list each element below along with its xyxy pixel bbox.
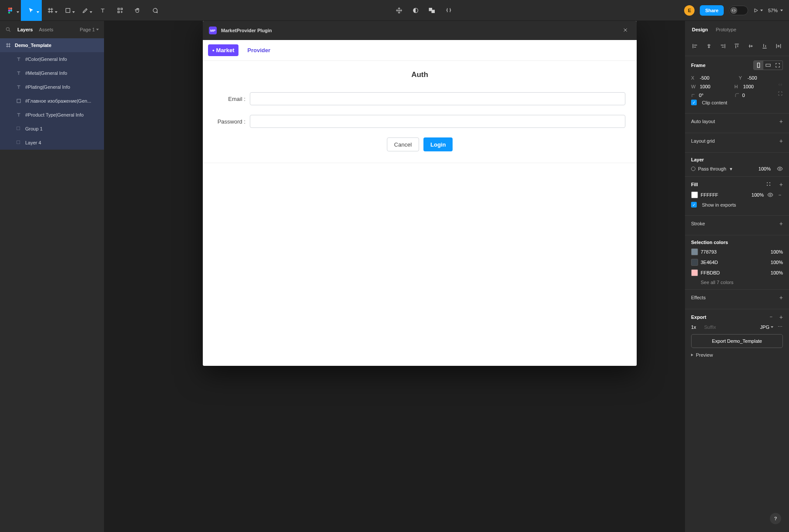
constrain-icon[interactable] xyxy=(778,82,783,87)
cancel-button[interactable]: Cancel xyxy=(387,137,419,151)
color-swatch[interactable] xyxy=(691,269,698,276)
layer-name: #Color|General Info xyxy=(25,57,67,62)
frame-section-title[interactable]: Frame xyxy=(691,63,705,68)
fill-hex[interactable]: FFFFFF xyxy=(701,192,729,197)
layer-row[interactable]: Group 1 xyxy=(0,122,104,136)
layer-visibility-icon[interactable] xyxy=(777,166,783,172)
frame-x[interactable]: -500 xyxy=(700,74,735,82)
email-field[interactable] xyxy=(250,92,625,105)
text-tool[interactable] xyxy=(94,0,111,21)
avatar[interactable]: E xyxy=(684,5,695,16)
dev-handoff-icon[interactable] xyxy=(443,4,455,17)
login-button[interactable]: Login xyxy=(423,137,453,151)
independent-corners-icon[interactable] xyxy=(778,91,783,96)
blend-mode[interactable]: Pass through xyxy=(698,166,726,171)
effects-add[interactable]: + xyxy=(779,294,783,301)
layer-row[interactable]: Layer 4 xyxy=(0,136,104,150)
selection-color-row[interactable]: 778793100% xyxy=(691,248,783,255)
frame-w[interactable]: 1000 xyxy=(700,82,731,91)
tab-market[interactable]: Market xyxy=(208,44,238,56)
resize-horizontal-icon[interactable] xyxy=(763,61,773,70)
fill-remove[interactable]: − xyxy=(777,192,783,198)
fill-opacity[interactable]: 100% xyxy=(752,192,764,197)
color-swatch[interactable] xyxy=(691,248,698,255)
hand-tool[interactable] xyxy=(129,0,146,21)
layer-row[interactable]: #Color|General Info xyxy=(0,52,104,66)
export-preview-toggle[interactable]: Preview xyxy=(691,352,783,358)
help-button[interactable]: ? xyxy=(770,513,781,524)
layer-row[interactable]: #Главное изображение|Gen... xyxy=(0,94,104,108)
layer-row[interactable]: Demo_Template xyxy=(0,38,104,52)
export-scale[interactable]: 1x xyxy=(691,325,700,330)
export-suffix[interactable]: Suffix xyxy=(704,325,756,330)
export-remove[interactable]: − xyxy=(768,314,774,320)
frame-y[interactable]: -500 xyxy=(748,74,783,82)
missing-fonts-icon[interactable] xyxy=(393,4,405,17)
move-tool[interactable] xyxy=(21,0,42,21)
frame-rotation[interactable]: 0° xyxy=(699,91,731,100)
resize-vertical-icon[interactable] xyxy=(754,61,763,70)
export-add[interactable]: + xyxy=(779,314,783,321)
export-button[interactable]: Export Demo_Template xyxy=(691,334,783,348)
plugin-titlebar[interactable]: MP MarketProvider Plugin xyxy=(203,21,637,40)
frame-tool[interactable] xyxy=(42,0,59,21)
resources-tool[interactable] xyxy=(111,0,129,21)
share-button[interactable]: Share xyxy=(700,5,724,16)
pen-tool[interactable] xyxy=(77,0,94,21)
dark-mode-icon[interactable] xyxy=(410,4,422,17)
page-dropdown[interactable]: Page 1 xyxy=(80,27,99,32)
fill-swatch[interactable] xyxy=(691,191,698,198)
main-menu-button[interactable] xyxy=(0,0,21,21)
stroke-add[interactable]: + xyxy=(779,220,783,227)
auto-layout-add[interactable]: + xyxy=(779,118,783,125)
tab-design[interactable]: Design xyxy=(692,27,708,32)
close-button[interactable] xyxy=(620,25,631,36)
resize-mode-segmented[interactable] xyxy=(753,60,783,70)
clip-content-checkbox[interactable] xyxy=(691,100,697,105)
canvas[interactable]: Demo_Template ıocan MP MarketProvider Pl… xyxy=(104,21,685,532)
fill-add[interactable]: + xyxy=(779,181,783,188)
svg-rect-0 xyxy=(8,7,10,10)
align-right-icon[interactable] xyxy=(717,41,729,51)
distribute-icon[interactable] xyxy=(773,41,784,51)
layer-list: Demo_Template#Color|General Info#Metal|G… xyxy=(0,38,104,532)
color-swatch[interactable] xyxy=(691,259,698,266)
align-hcenter-icon[interactable] xyxy=(703,41,715,51)
dev-mode-toggle[interactable] xyxy=(729,6,748,15)
align-bottom-icon[interactable] xyxy=(759,41,770,51)
zoom-dropdown[interactable]: 57% xyxy=(768,8,783,13)
tab-prototype[interactable]: Prototype xyxy=(716,27,736,32)
frame-corner[interactable]: 0 xyxy=(742,91,775,100)
selection-color-row[interactable]: FFBDBD100% xyxy=(691,269,783,276)
layer-opacity[interactable]: 100% xyxy=(759,166,771,171)
align-vcenter-icon[interactable] xyxy=(745,41,756,51)
align-top-icon[interactable] xyxy=(731,41,742,51)
frame-h[interactable]: 1000 xyxy=(743,82,775,91)
show-in-exports-checkbox[interactable] xyxy=(691,202,697,207)
fill-visibility-icon[interactable] xyxy=(767,192,773,198)
fill-styles-icon[interactable] xyxy=(765,181,772,187)
svg-rect-19 xyxy=(17,127,20,130)
plugin-modal: MP MarketProvider Plugin Market Provider… xyxy=(203,21,637,366)
comment-tool[interactable] xyxy=(146,0,164,21)
see-all-colors[interactable]: See all 7 colors xyxy=(691,280,783,285)
multiplayer-icon[interactable] xyxy=(426,4,438,17)
export-more[interactable]: ⋯ xyxy=(778,324,783,330)
layer-row[interactable]: #Plating|General Info xyxy=(0,80,104,94)
search-icon[interactable] xyxy=(5,27,11,33)
layout-grid-add[interactable]: + xyxy=(779,137,783,144)
resize-fit-icon[interactable] xyxy=(773,61,782,70)
layer-row[interactable]: #Product Type|General Info xyxy=(0,108,104,122)
password-field[interactable] xyxy=(250,115,625,128)
layer-row[interactable]: #Metal|General Info xyxy=(0,66,104,80)
present-button[interactable] xyxy=(753,8,763,13)
shape-tool[interactable] xyxy=(59,0,77,21)
assets-tab[interactable]: Assets xyxy=(39,27,53,32)
layers-tab[interactable]: Layers xyxy=(17,27,33,32)
align-left-icon[interactable] xyxy=(689,41,701,51)
layer-name: Group 1 xyxy=(25,126,43,131)
selection-color-row[interactable]: 3E464D100% xyxy=(691,259,783,266)
export-format[interactable]: JPG xyxy=(760,325,773,330)
tab-provider[interactable]: Provider xyxy=(243,44,275,56)
layer-name: #Product Type|General Info xyxy=(25,112,84,117)
